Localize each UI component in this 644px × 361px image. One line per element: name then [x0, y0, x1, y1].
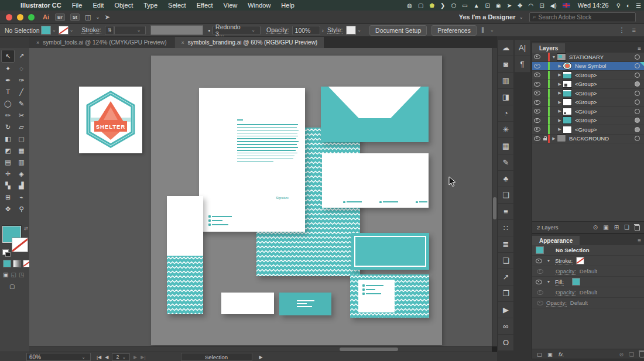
panel-icon-transform[interactable]: ∷	[498, 220, 513, 236]
close-tab-icon[interactable]: ×	[181, 40, 184, 46]
shape-builder-tool[interactable]: ▢	[15, 133, 28, 145]
appearance-tab[interactable]: Appearance	[532, 236, 580, 245]
close-window-button[interactable]	[6, 14, 12, 20]
layer-target-circle[interactable]	[635, 127, 640, 132]
status-icon-shield[interactable]: ⬟	[426, 2, 437, 9]
new-stroke-icon[interactable]: ▢	[537, 351, 542, 357]
envelope-front[interactable]	[322, 153, 429, 208]
new-layer-icon[interactable]: ❏	[624, 224, 629, 231]
selection-tool[interactable]: ↖	[1, 50, 15, 63]
layer-expand-chevron[interactable]: ▶	[557, 64, 563, 68]
menu-item-select[interactable]: Select	[163, 2, 191, 9]
layer-row-7[interactable]: ▶<Group>	[532, 116, 644, 126]
appearance-opacity-row[interactable]: Opacity: Default	[532, 298, 644, 308]
layer-name[interactable]: <Group>	[575, 117, 635, 123]
layer-target-circle[interactable]	[635, 91, 640, 96]
zoom-level-dropdown[interactable]: 60% ⌄	[26, 353, 91, 361]
new-sublayer-icon[interactable]: ⊞	[614, 224, 619, 231]
visibility-eye-icon[interactable]	[537, 301, 543, 305]
visibility-eye-icon[interactable]	[537, 290, 543, 295]
panel-icon-color-themes[interactable]: ✳	[498, 122, 513, 138]
zoom-window-button[interactable]	[28, 14, 35, 20]
layer-target-circle[interactable]	[635, 73, 640, 78]
spotlight-icon[interactable]: ⚲	[614, 2, 624, 9]
status-icon-wifi[interactable]: ◠	[525, 2, 536, 9]
panel-icon-character[interactable]: A|	[515, 40, 530, 56]
panel-icon-links[interactable]: ∞	[498, 318, 513, 335]
menu-item-edit[interactable]: Edit	[87, 2, 109, 9]
panel-icon-artboards[interactable]: ❐	[498, 286, 513, 302]
letterhead[interactable]: Signature	[199, 88, 305, 232]
pencil-tool[interactable]: ✏	[1, 109, 15, 121]
draw-inside-icon[interactable]: ◳	[19, 271, 24, 278]
gradient-button[interactable]	[13, 260, 21, 267]
menu-clock[interactable]: Wed 14:26	[573, 2, 614, 9]
opacity-value-field[interactable]: 100%	[292, 26, 320, 35]
align-glyphs-icon[interactable]: ⫼	[481, 26, 484, 34]
layer-row-5[interactable]: ▶<Group>	[532, 98, 644, 108]
eyedropper-tool[interactable]: ✛	[1, 168, 15, 180]
logo-artboard[interactable]: SHELTER	[79, 87, 142, 153]
visibility-toggle[interactable]	[532, 118, 542, 123]
width-tool[interactable]: ◧	[1, 133, 15, 145]
siri-icon[interactable]: ◐	[624, 2, 633, 9]
menu-item-view[interactable]: View	[218, 2, 243, 9]
status-icon-wd[interactable]: ▭	[459, 2, 470, 9]
clear-appearance-icon[interactable]: ⊘	[619, 351, 624, 357]
layer-name[interactable]: BACKGROUND	[569, 135, 635, 142]
visibility-toggle[interactable]	[532, 73, 542, 77]
panel-icon-actions[interactable]: ▶	[498, 302, 513, 318]
artboard-tool[interactable]: ⊞	[1, 191, 15, 203]
panel-icon-symbols[interactable]: ♣	[498, 171, 513, 187]
envelope-back[interactable]	[321, 87, 429, 142]
visibility-toggle[interactable]	[532, 91, 542, 95]
fx-icon[interactable]: fx.	[559, 351, 564, 357]
layer-row-8[interactable]: ▶<Group>	[532, 125, 644, 135]
previous-artboard-button[interactable]: ◀	[105, 355, 108, 360]
chevron-down-icon[interactable]: ▼	[546, 259, 551, 263]
panel-icon-color[interactable]: ◨	[498, 89, 513, 105]
document-canvas[interactable]: SHELTER Signature	[29, 48, 492, 346]
graph-tool[interactable]: ▟	[15, 180, 28, 191]
status-icon-airplay[interactable]: ⊡	[536, 2, 547, 9]
business-card-back[interactable]	[279, 293, 331, 315]
duplicate-item-icon[interactable]: ❏	[629, 351, 634, 357]
share-icon[interactable]: ➤	[105, 13, 110, 21]
panel-icon-asset-export[interactable]: ↗	[498, 269, 513, 286]
fill-teal-swatch[interactable]	[572, 278, 580, 286]
layer-name[interactable]: <Group>	[575, 108, 635, 115]
opacity-label[interactable]: Opacity:	[546, 300, 567, 307]
layer-expand-chevron[interactable]: ▶	[557, 73, 563, 77]
status-icon-creative-cloud[interactable]: ◉	[493, 2, 504, 9]
layer-target-circle[interactable]	[635, 99, 640, 105]
adobe-stock-search-input[interactable]: ⌕ Search Adobe Stock	[529, 12, 636, 22]
stroke-link-label[interactable]: Stroke:	[81, 26, 101, 34]
fill-attribute-label[interactable]: Fill:	[555, 279, 564, 286]
layer-expand-chevron[interactable]: ▼	[551, 55, 557, 59]
fill-caret-icon[interactable]: ⌄	[52, 27, 56, 33]
screen-mode-button[interactable]: ▢	[9, 283, 15, 290]
font-dropdown[interactable]: Redondo 3...⌄	[213, 26, 261, 35]
status-icon-accessibility[interactable]: ✥	[515, 2, 525, 9]
preferences-button[interactable]: Preferences	[431, 25, 477, 36]
layers-tab[interactable]: Layers	[532, 43, 565, 53]
layer-expand-chevron[interactable]: ▶	[557, 118, 563, 123]
draw-normal-icon[interactable]: ▣	[3, 271, 8, 278]
lock-toggle[interactable]	[542, 137, 548, 140]
gradient-tool[interactable]: ▥	[15, 156, 28, 168]
branding-artboard[interactable]: Signature	[151, 56, 442, 345]
layout-caret-icon[interactable]: ⌄	[95, 14, 100, 20]
notification-center-icon[interactable]: ☰	[633, 2, 644, 9]
visibility-toggle[interactable]	[532, 109, 542, 114]
lasso-tool[interactable]: ◌	[15, 63, 28, 74]
free-transform-tool[interactable]: ▱	[15, 121, 28, 133]
layer-name[interactable]: STATIONARY	[569, 54, 635, 60]
status-icon-dropbox[interactable]: ⬡	[448, 2, 459, 9]
visibility-toggle[interactable]	[532, 54, 542, 59]
layer-row-9[interactable]: ▶BACKGROUND	[532, 135, 644, 144]
style-swatch[interactable]	[346, 26, 356, 35]
layer-name[interactable]: <Group>	[575, 72, 635, 78]
menu-item-file[interactable]: File	[67, 2, 88, 9]
layer-row-6[interactable]: ▶<Group>	[532, 107, 644, 116]
visibility-toggle[interactable]	[532, 136, 542, 141]
